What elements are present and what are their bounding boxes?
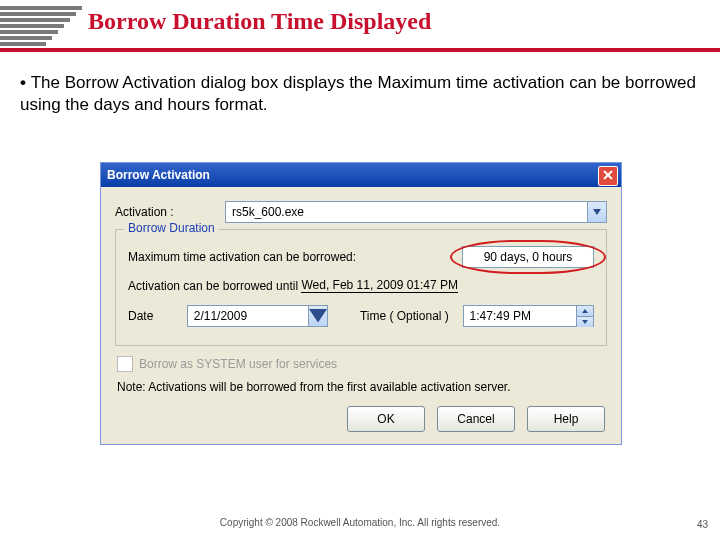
chevron-down-icon [587, 202, 606, 222]
page-number: 43 [697, 519, 708, 530]
max-time-value: 90 days, 0 hours [462, 246, 594, 268]
borrow-activation-dialog: Borrow Activation Activation : rs5k_600.… [100, 162, 622, 445]
dialog-titlebar[interactable]: Borrow Activation [101, 163, 621, 187]
time-label: Time ( Optional ) [360, 309, 463, 323]
cancel-button[interactable]: Cancel [437, 406, 515, 432]
help-button[interactable]: Help [527, 406, 605, 432]
dialog-title: Borrow Activation [107, 168, 210, 182]
chevron-down-icon [308, 306, 327, 326]
borrow-as-system-checkbox: Borrow as SYSTEM user for services [117, 356, 605, 372]
copyright: Copyright © 2008 Rockwell Automation, In… [0, 517, 720, 528]
help-label: Help [554, 412, 579, 426]
date-picker[interactable]: 2/11/2009 [187, 305, 328, 327]
slide-title: Borrow Duration Time Displayed [88, 8, 431, 35]
max-time-label: Maximum time activation can be borrowed: [128, 250, 356, 264]
slide-bullet: • The Borrow Activation dialog box displ… [20, 72, 700, 116]
close-button[interactable] [598, 166, 618, 186]
borrow-duration-group: Borrow Duration Maximum time activation … [115, 229, 607, 346]
cancel-label: Cancel [457, 412, 494, 426]
bullet-text: The Borrow Activation dialog box display… [20, 73, 696, 114]
activation-dropdown[interactable]: rs5k_600.exe [225, 201, 607, 223]
time-value: 1:47:49 PM [470, 309, 531, 323]
decoration-bars [0, 6, 82, 54]
system-user-label: Borrow as SYSTEM user for services [139, 357, 337, 371]
ok-label: OK [377, 412, 394, 426]
checkbox-box [117, 356, 133, 372]
title-rule [0, 48, 720, 52]
chevron-up-icon [577, 306, 593, 316]
activation-value: rs5k_600.exe [232, 205, 304, 219]
until-value: Wed, Feb 11, 2009 01:47 PM [301, 278, 458, 293]
time-picker[interactable]: 1:47:49 PM [463, 305, 594, 327]
group-title: Borrow Duration [124, 221, 219, 235]
chevron-down-icon [577, 316, 593, 327]
date-value: 2/11/2009 [194, 309, 247, 323]
time-spinner[interactable] [576, 306, 593, 326]
close-icon [603, 169, 613, 183]
date-label: Date [128, 309, 187, 323]
activation-label: Activation : [115, 205, 225, 219]
ok-button[interactable]: OK [347, 406, 425, 432]
until-label: Activation can be borrowed until [128, 279, 298, 293]
note-text: Note: Activations will be borrowed from … [117, 380, 605, 394]
